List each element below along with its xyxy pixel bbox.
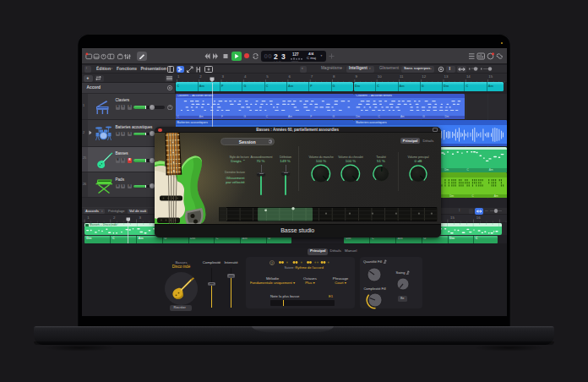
svg-text:2: 2 — [271, 261, 273, 265]
